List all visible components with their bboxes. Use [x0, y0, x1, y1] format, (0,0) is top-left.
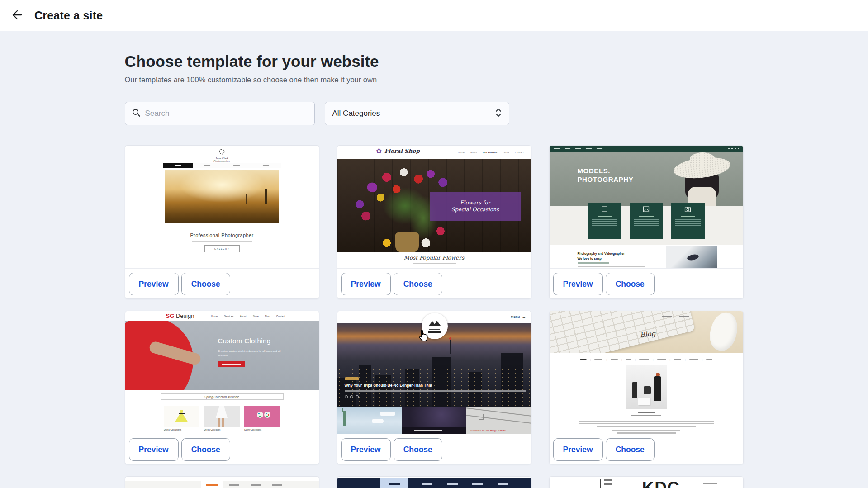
mini-nav-item — [580, 359, 587, 360]
mini-nav-link: Services — [224, 315, 233, 318]
menu-label: Menu — [511, 315, 520, 319]
hero-line1: MODELS. — [578, 166, 634, 175]
template-preview-kdc: KDC — [550, 477, 743, 488]
back-button[interactable] — [7, 6, 25, 24]
mini-cta-button — [218, 361, 245, 367]
mini-nav-active-tab — [380, 478, 408, 488]
card-actions: Preview Choose — [337, 434, 531, 464]
bikini-shape — [257, 412, 263, 418]
avatar-dots — [345, 395, 359, 398]
mini-header: ✿ Floral Shop Home About Our Flowers Sto… — [337, 146, 531, 159]
mini-section: Most Popular Flowers — [337, 252, 531, 268]
clothing-hero: Custom Clothing Creating custom clothing… — [125, 321, 319, 390]
feature-card-photography — [671, 203, 705, 239]
mini-brand: Floral Shop — [384, 148, 420, 154]
divider — [163, 228, 281, 228]
card-actions: Preview Choose — [125, 434, 319, 464]
search-box[interactable] — [125, 102, 315, 125]
thumb-caption: Dress Collections — [164, 428, 199, 431]
mini-hero-title: MODELS. PHOTOGRAPHY — [578, 166, 634, 184]
preview-button[interactable]: Preview — [129, 273, 179, 295]
preview-button[interactable]: Preview — [553, 438, 603, 461]
hero-overlay-box: Flowers for Special Occasions — [430, 192, 521, 221]
mini-section-title: Photography and Videographer — [578, 252, 625, 255]
mini-title: Professional Photographer — [163, 232, 281, 238]
social-icons — [728, 148, 739, 149]
main-content: Choose template for your website Our tem… — [125, 31, 744, 488]
image-icon — [643, 206, 650, 213]
person-figure — [632, 382, 637, 398]
text-placeholder-line — [634, 225, 659, 226]
model-hero: MODELS. PHOTOGRAPHY — [550, 152, 743, 206]
camera-shutter-icon — [219, 148, 225, 156]
template-card-floral-shop[interactable]: ✿ Floral Shop Home About Our Flowers Sto… — [337, 145, 531, 299]
text-placeholder-line — [578, 266, 645, 267]
select-spinner-icon — [495, 108, 502, 120]
choose-button[interactable]: Choose — [606, 273, 655, 295]
preview-button[interactable]: Preview — [341, 273, 391, 295]
mini-nav-item — [472, 483, 483, 485]
preview-button[interactable]: Preview — [129, 438, 179, 461]
feature-label-bar — [639, 216, 654, 217]
choose-button[interactable]: Choose — [181, 438, 230, 461]
yellow-dress-photo — [164, 406, 199, 427]
swimwear-photo — [244, 406, 280, 427]
mini-nav — [125, 481, 319, 488]
preview-button[interactable]: Preview — [553, 273, 603, 295]
mini-nav-item — [554, 148, 560, 149]
mini-site-logo: SG Design — [166, 313, 194, 319]
mini-nav-link: Blog — [265, 315, 270, 318]
template-card-blog[interactable]: Blog | | | | | | | | — [549, 311, 744, 464]
card-actions: Preview Choose — [550, 434, 743, 464]
choose-button[interactable]: Choose — [181, 273, 230, 295]
template-card-photographer[interactable]: Jane Clark Photographer Profession — [125, 145, 319, 299]
eye-makeup — [687, 253, 699, 261]
template-card-sg-design[interactable]: SG Design Home Services About Store Blog… — [125, 311, 319, 464]
mini-nav-tab — [223, 481, 245, 488]
office-photo — [626, 365, 667, 409]
hamburger-icon: ≡ — [522, 314, 525, 319]
tulip-hero-photo: Flowers for Special Occasions — [337, 159, 531, 252]
choose-button[interactable]: Choose — [394, 438, 442, 461]
computer-mouse — [706, 311, 741, 353]
template-card-8[interactable] — [337, 476, 531, 488]
template-card-7[interactable] — [125, 476, 319, 488]
search-input[interactable] — [145, 109, 308, 118]
text-placeholder-line — [675, 221, 701, 222]
cursor-pointer-icon — [417, 329, 430, 345]
preview-button[interactable]: Preview — [341, 438, 391, 461]
mini-nav-tab — [163, 163, 193, 168]
hero-line2: PHOTOGRAPHY — [578, 175, 634, 184]
mini-hero-title: Custom Clothing — [218, 337, 271, 345]
text-placeholder-line — [638, 412, 655, 413]
spire — [450, 339, 451, 354]
person-figure — [654, 376, 661, 401]
template-preview-7 — [125, 477, 319, 488]
mini-nav-item — [657, 359, 666, 360]
category-select[interactable]: All Categories — [325, 102, 509, 125]
mini-nav-link: Store — [503, 151, 509, 154]
mini-nav-item — [594, 359, 602, 360]
text-placeholder-line — [592, 221, 617, 222]
choose-button[interactable]: Choose — [606, 438, 655, 461]
mini-nav: Home About Our Flowers Store Contact — [458, 151, 523, 154]
flower-icon: ✿ — [376, 147, 382, 154]
mini-nav-link: About — [470, 151, 477, 154]
mini-nav-item — [597, 148, 602, 149]
choose-button[interactable]: Choose — [394, 273, 442, 295]
keyboard — [550, 311, 695, 353]
search-icon — [132, 108, 141, 119]
mini-nav-bar — [662, 316, 672, 317]
mini-nav-link: Contact — [276, 315, 285, 318]
mini-nav-tab — [222, 163, 251, 168]
template-card-kdc[interactable]: KDC — [549, 476, 744, 488]
template-preview-travel-blog: Menu ≡ Why Your Trips Should — [337, 311, 531, 434]
feature-card-videography — [588, 203, 621, 239]
template-card-models-photography[interactable]: MODELS. PHOTOGRAPHY — [549, 145, 744, 299]
text-placeholder-line — [592, 225, 617, 226]
leg-shape — [222, 418, 224, 427]
template-card-travel-blog[interactable]: Menu ≡ Why Your Trips Should — [337, 311, 531, 464]
mini-nav-link: Home — [458, 151, 465, 154]
mini-hero-subtitle: Creating custom clothing designs for all… — [218, 349, 290, 357]
mini-section-subtitle: We love to snap — [578, 257, 602, 260]
